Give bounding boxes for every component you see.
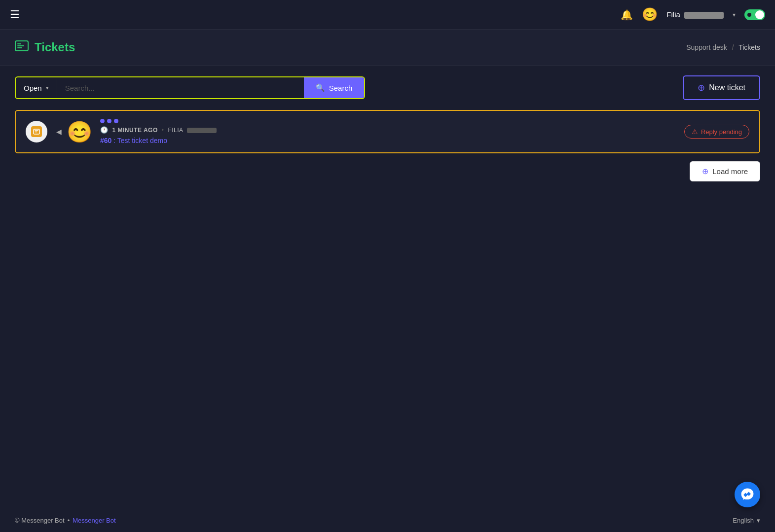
breadcrumb-separator: / — [732, 43, 734, 51]
messenger-fab[interactable] — [735, 482, 760, 507]
load-more-button[interactable]: ⊕ Load more — [690, 161, 760, 181]
ticket-id: #60 — [100, 137, 111, 144]
toggle-switch[interactable] — [744, 9, 765, 20]
footer-language: English — [733, 517, 754, 524]
page-title: Tickets — [35, 40, 75, 54]
bell-icon[interactable]: 🔔 — [621, 9, 633, 21]
dot-3 — [114, 119, 118, 123]
navbar-left: ☰ — [10, 8, 20, 21]
user-dropdown-arrow[interactable]: ▾ — [733, 11, 736, 18]
ticket-avatar: 😊 — [67, 120, 92, 144]
page-title-wrap: Tickets — [15, 40, 75, 54]
toggle-track — [744, 9, 765, 20]
filter-dropdown[interactable]: Open ▾ — [16, 79, 57, 97]
footer-right[interactable]: English ▾ — [733, 517, 760, 524]
search-button-label: Search — [329, 84, 353, 92]
footer-left: © Messenger Bot • Messenger Bot — [15, 517, 116, 524]
breadcrumb-parent[interactable]: Support desk — [686, 43, 727, 51]
search-icon: 🔍 — [316, 83, 325, 92]
username-blur — [684, 12, 724, 19]
toggle-thumb — [755, 10, 764, 19]
ticket-subject[interactable]: #60 : Test ticket demo — [100, 137, 684, 144]
table-row[interactable]: ◀ 😊 🕐 1 MINUTE AGO • Filia — [15, 110, 760, 153]
svg-rect-1 — [17, 43, 21, 44]
filter-bar: Open ▾ 🔍 Search ⊕ New ticket — [15, 75, 760, 100]
ticket-title: Test ticket demo — [117, 137, 167, 144]
load-more-label: Load more — [712, 167, 748, 176]
new-ticket-label: New ticket — [709, 83, 745, 92]
ticket-time: 1 MINUTE AGO — [112, 127, 158, 134]
dot-1 — [100, 119, 105, 123]
load-more-wrap: ⊕ Load more — [15, 161, 760, 181]
svg-rect-2 — [17, 45, 24, 46]
ticket-info: 🕐 1 MINUTE AGO • Filia #60 : Test ticket… — [100, 119, 684, 144]
ticket-meta: 🕐 1 MINUTE AGO • Filia — [100, 126, 684, 134]
filter-label: Open — [24, 84, 42, 92]
reply-pending-label: Reply pending — [701, 128, 742, 136]
username-label[interactable]: Filia — [666, 10, 724, 19]
footer-language-arrow: ▾ — [757, 517, 760, 524]
navbar: ☰ 🔔 😊 Filia ▾ — [0, 0, 775, 30]
svg-rect-3 — [17, 47, 22, 48]
new-ticket-plus-icon: ⊕ — [698, 82, 705, 93]
username-text: Filia — [666, 10, 680, 19]
filter-search-group: Open ▾ 🔍 Search — [15, 76, 365, 99]
breadcrumb: Support desk / Tickets — [686, 43, 760, 51]
ticket-author-name: Filia — [168, 127, 183, 134]
ticket-dots — [100, 119, 684, 123]
ticket-bullet: • — [162, 127, 164, 134]
ticket-author: Filia — [168, 127, 216, 134]
load-more-icon: ⊕ — [702, 167, 708, 176]
filter-dropdown-arrow: ▾ — [46, 85, 49, 91]
footer: © Messenger Bot • Messenger Bot English … — [0, 509, 775, 532]
hamburger-icon[interactable]: ☰ — [10, 8, 20, 21]
breadcrumb-current: Tickets — [738, 43, 760, 51]
footer-copyright: © Messenger Bot — [15, 517, 65, 524]
reply-pending-badge: ⚠ Reply pending — [684, 125, 749, 139]
chevron-left-icon[interactable]: ◀ — [56, 128, 62, 136]
toggle-left-dot — [747, 13, 751, 17]
user-avatar[interactable]: 😊 — [642, 7, 658, 22]
navbar-right: 🔔 😊 Filia ▾ — [621, 7, 765, 22]
new-ticket-button[interactable]: ⊕ New ticket — [683, 75, 760, 100]
search-button[interactable]: 🔍 Search — [304, 77, 365, 98]
main-content: Open ▾ 🔍 Search ⊕ New ticket — [0, 66, 775, 191]
alert-icon: ⚠ — [692, 128, 698, 136]
search-input[interactable] — [57, 79, 304, 97]
tickets-icon — [15, 40, 29, 54]
ticket-status-icon — [26, 121, 47, 142]
search-input-wrap — [57, 79, 304, 97]
ticket-title-separator: : — [113, 137, 117, 144]
footer-bullet: • — [68, 517, 70, 524]
page-header: Tickets Support desk / Tickets — [0, 30, 775, 66]
author-blur — [187, 128, 217, 133]
footer-link[interactable]: Messenger Bot — [73, 517, 115, 524]
ticket-list: ◀ 😊 🕐 1 MINUTE AGO • Filia — [15, 110, 760, 153]
clock-icon: 🕐 — [100, 126, 109, 134]
dot-2 — [107, 119, 111, 123]
ticket-status-inner — [31, 126, 42, 137]
